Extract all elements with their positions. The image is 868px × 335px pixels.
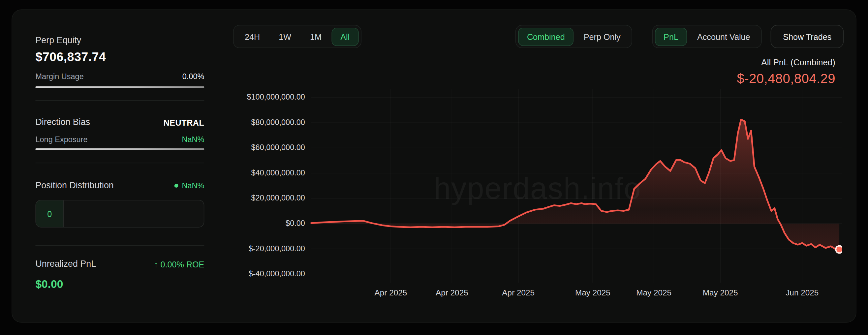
unrealized-pnl-value: $0.00 — [35, 278, 63, 291]
last-point-marker — [836, 246, 842, 253]
y-axis-label: $0.00 — [286, 219, 305, 227]
tab-1m[interactable]: 1M — [301, 27, 331, 45]
pnl-chart[interactable] — [311, 89, 842, 283]
y-axis-label: $-40,000,000.00 — [249, 269, 305, 278]
direction-bias-label: Direction Bias — [35, 117, 90, 127]
pnl-summary: All PnL (Combined) $-20,480,804.29 — [737, 58, 836, 86]
dashboard-card: Perp Equity $706,837.74 Margin Usage 0.0… — [11, 9, 857, 323]
y-axis-label: $20,000,000.00 — [251, 193, 305, 202]
margin-usage-value: 0.00% — [182, 72, 205, 81]
pnl-area-fill — [311, 119, 839, 249]
toggle-pnl[interactable]: PnL — [655, 27, 687, 45]
summary-panel: Perp Equity $706,837.74 Margin Usage 0.0… — [35, 10, 204, 322]
arrow-up-icon: ↑ — [154, 259, 158, 269]
y-axis-label: $40,000,000.00 — [251, 168, 305, 177]
x-axis: Apr 2025Apr 2025Apr 2025May 2025May 2025… — [311, 288, 842, 301]
toggle-combined[interactable]: Combined — [518, 27, 574, 45]
x-axis-label: Apr 2025 — [424, 288, 479, 297]
divider — [35, 245, 204, 246]
y-axis-label: $-20,000,000.00 — [249, 244, 305, 253]
perp-equity-label: Perp Equity — [35, 35, 81, 45]
toggle-perp-only[interactable]: Perp Only — [575, 27, 629, 45]
divider — [35, 163, 204, 163]
long-exposure-value: NaN% — [182, 135, 204, 144]
pnl-summary-value: $-20,480,804.29 — [737, 71, 836, 86]
pnl-summary-label: All PnL (Combined) — [737, 58, 836, 68]
tab-all[interactable]: All — [332, 27, 359, 45]
x-axis-label: Apr 2025 — [491, 288, 546, 297]
show-trades-button[interactable]: Show Trades — [771, 25, 844, 49]
divider — [35, 100, 204, 101]
x-axis-label: May 2025 — [692, 288, 748, 297]
position-distribution-box: 0 — [35, 200, 204, 227]
x-axis-label: Jun 2025 — [774, 288, 830, 297]
tab-24h[interactable]: 24H — [236, 27, 269, 45]
x-axis-label: May 2025 — [626, 288, 682, 297]
y-axis-label: $60,000,000.00 — [251, 143, 305, 152]
green-dot-icon — [174, 184, 178, 188]
long-exposure-bar — [35, 148, 204, 150]
y-axis-label: $100,000,000.00 — [247, 92, 305, 101]
direction-bias-value: NEUTRAL — [163, 118, 205, 127]
perp-equity-value: $706,837.74 — [35, 50, 106, 64]
y-axis: $100,000,000.00$80,000,000.00$60,000,000… — [236, 89, 305, 283]
y-axis-label: $80,000,000.00 — [251, 118, 305, 127]
tab-1w[interactable]: 1W — [270, 27, 300, 45]
long-exposure-label: Long Exposure — [35, 135, 87, 144]
source-toggle: Combined Perp Only — [516, 25, 632, 49]
x-axis-label: Apr 2025 — [363, 288, 418, 297]
metric-toggle: PnL Account Value — [652, 25, 762, 49]
position-distribution-value: NaN% — [174, 181, 204, 190]
margin-usage-label: Margin Usage — [35, 72, 84, 81]
toggle-account-value[interactable]: Account Value — [688, 27, 759, 45]
margin-usage-bar — [35, 86, 204, 88]
unrealized-roe: ↑ 0.00% ROE — [154, 259, 205, 269]
range-tabs: 24H 1W 1M All — [233, 25, 362, 49]
unrealized-pnl-label: Unrealized PnL — [35, 259, 96, 269]
x-axis-label: May 2025 — [565, 288, 620, 297]
dashboard: Perp Equity $706,837.74 Margin Usage 0.0… — [0, 0, 868, 335]
position-distribution-label: Position Distribution — [35, 180, 114, 190]
distribution-segment: 0 — [36, 201, 64, 227]
